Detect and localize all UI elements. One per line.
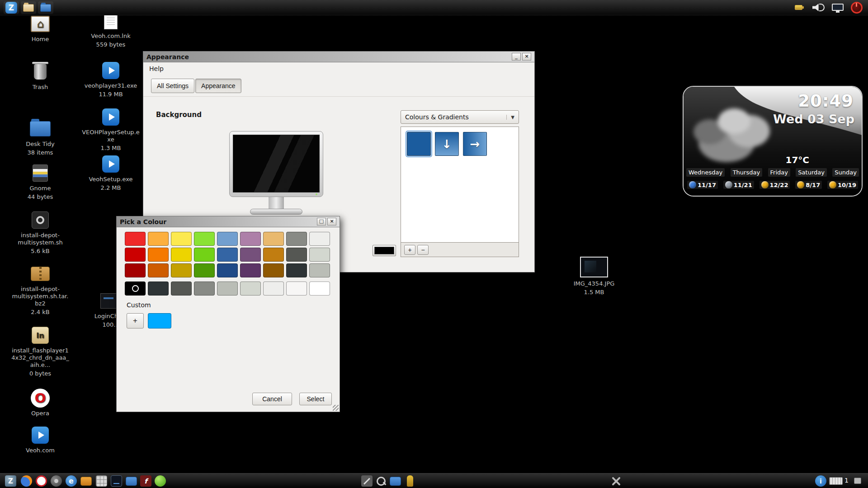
- add-custom-colour-button[interactable]: +: [127, 313, 144, 328]
- close-button[interactable]: ×: [327, 218, 336, 225]
- folder-icon[interactable]: [80, 477, 92, 486]
- select-button[interactable]: Select: [299, 393, 332, 405]
- palette-swatch[interactable]: [240, 248, 261, 262]
- flash-icon[interactable]: [140, 475, 151, 487]
- build-tools-icon[interactable]: [610, 475, 622, 487]
- terminal-icon[interactable]: [111, 475, 122, 487]
- palette-swatch[interactable]: [194, 232, 215, 246]
- palette-swatch[interactable]: [125, 232, 146, 246]
- palette-swatch[interactable]: [148, 248, 169, 262]
- palette-swatch[interactable]: [125, 263, 146, 277]
- desktop-icon-gnome[interactable]: Gnome 44 bytes: [10, 163, 70, 201]
- palette-swatch[interactable]: [125, 248, 146, 262]
- palette-swatch[interactable]: [309, 232, 330, 246]
- palette-swatch[interactable]: [171, 263, 192, 277]
- chat-icon[interactable]: [155, 475, 166, 487]
- palette-swatch[interactable]: [286, 263, 307, 277]
- desktop-icon-install-archive[interactable]: install-depot-multisystem.sh.tar.bz2 2.4…: [10, 263, 70, 315]
- background-style-dropdown[interactable]: Colours & Gradients ▼: [401, 110, 519, 124]
- folder-open-icon[interactable]: [390, 477, 401, 486]
- calculator-icon[interactable]: [96, 475, 107, 487]
- desktop-icon-desk-tidy[interactable]: Desk Tidy 38 items: [10, 118, 70, 156]
- palette-swatch[interactable]: [194, 282, 215, 296]
- keyboard-icon[interactable]: [829, 477, 843, 485]
- palette-swatch[interactable]: [286, 232, 307, 246]
- palette-swatch[interactable]: [263, 263, 284, 277]
- file-manager-icon[interactable]: [126, 477, 137, 486]
- palette-swatch-selected[interactable]: [125, 282, 146, 296]
- palette-swatch[interactable]: [309, 248, 330, 262]
- desktop-icon-img-4354[interactable]: IMG_4354.JPG 1.5 MB: [564, 255, 624, 296]
- resize-grip[interactable]: [333, 405, 339, 411]
- system-tool-icon[interactable]: [361, 475, 373, 487]
- remove-swatch-button[interactable]: −: [417, 245, 429, 255]
- display-icon[interactable]: [832, 4, 844, 11]
- desktop-icon-veoh-lnk[interactable]: Veoh.com.lnk 559 bytes: [81, 10, 141, 48]
- e-browser-icon[interactable]: [66, 475, 77, 487]
- desktop-icon-install-script[interactable]: install-depot-multisystem.sh 5.6 kB: [10, 210, 70, 255]
- restore-button[interactable]: □: [317, 218, 326, 225]
- appearance-titlebar[interactable]: Appearance _ ×: [143, 52, 534, 62]
- show-desktop-icon[interactable]: [854, 478, 861, 484]
- palette-swatch[interactable]: [240, 263, 261, 277]
- weather-clock-widget[interactable]: 20:49 Wed 03 Sep 17°C Wednesday Thursday…: [683, 86, 863, 197]
- palette-swatch[interactable]: [171, 282, 192, 296]
- appearance-tab-button[interactable]: Appearance: [195, 79, 241, 93]
- desktop-icon-home[interactable]: ⌂ Home: [10, 14, 70, 43]
- desktop-icon-veoh[interactable]: Veoh.com: [10, 425, 70, 454]
- solid-colour-swatch[interactable]: [407, 132, 431, 156]
- palette-swatch[interactable]: [171, 232, 192, 246]
- dialog-titlebar[interactable]: Pick a Colour □ ×: [117, 216, 340, 227]
- home-folder-window-button[interactable]: [21, 1, 36, 14]
- palette-swatch[interactable]: [217, 263, 238, 277]
- menu-help[interactable]: Help: [149, 65, 164, 72]
- palette-swatch[interactable]: [194, 248, 215, 262]
- palette-swatch[interactable]: [148, 232, 169, 246]
- vertical-gradient-swatch[interactable]: ↓: [435, 132, 459, 156]
- cancel-button[interactable]: Cancel: [252, 393, 292, 405]
- day-label: Friday: [768, 168, 790, 177]
- palette-swatch[interactable]: [286, 282, 307, 296]
- custom-colour-swatch[interactable]: [148, 313, 171, 328]
- firefox-icon[interactable]: [21, 475, 32, 487]
- add-swatch-button[interactable]: +: [404, 245, 415, 255]
- battery-icon[interactable]: [795, 5, 802, 10]
- palette-swatch[interactable]: [217, 248, 238, 262]
- palette-swatch[interactable]: [148, 263, 169, 277]
- desktop-icon-veohsetup-exe[interactable]: VeohSetup.exe 2.2 MB: [81, 154, 141, 192]
- palette-swatch[interactable]: [240, 232, 261, 246]
- opera-icon[interactable]: [36, 475, 47, 487]
- info-icon[interactable]: [815, 475, 826, 487]
- palette-swatch[interactable]: [309, 263, 330, 277]
- desktop-icon-flash-installer[interactable]: In install_flashplayer14x32_chrd_dn_aaa_…: [10, 325, 70, 377]
- minimize-button[interactable]: _: [512, 53, 521, 61]
- desktop-icon-veohplayersetup-exe[interactable]: VEOHPlayerSetup.exe 1.3 MB: [81, 107, 141, 152]
- all-settings-button[interactable]: All Settings: [151, 79, 194, 93]
- palette-swatch[interactable]: [240, 282, 261, 296]
- palette-swatch[interactable]: [286, 248, 307, 262]
- package-manager-icon[interactable]: [51, 475, 62, 487]
- palette-swatch[interactable]: [309, 282, 330, 296]
- palette-swatch[interactable]: [217, 282, 238, 296]
- desktop-icon-veohplayer-exe[interactable]: veohplayer31.exe 11.9 MB: [81, 60, 141, 98]
- zorin-start-icon[interactable]: [5, 475, 16, 487]
- colour-preview-button[interactable]: [373, 245, 396, 256]
- file-manager-window-button[interactable]: [38, 1, 53, 14]
- palette-swatch[interactable]: [217, 232, 238, 246]
- palette-swatch[interactable]: [171, 248, 192, 262]
- close-button[interactable]: ×: [522, 53, 531, 61]
- power-icon[interactable]: [851, 2, 863, 14]
- workspace-indicator[interactable]: 1: [844, 477, 849, 484]
- palette-swatch[interactable]: [263, 282, 284, 296]
- palette-swatch[interactable]: [263, 232, 284, 246]
- zorin-menu-button[interactable]: Z: [4, 1, 19, 14]
- palette-swatch[interactable]: [194, 263, 215, 277]
- desktop-icon-trash[interactable]: Trash: [10, 61, 70, 91]
- icon-label: install-depot-multisystem.sh.tar.bz2: [10, 286, 70, 307]
- horizontal-gradient-swatch[interactable]: →: [463, 132, 487, 156]
- wine-icon[interactable]: [407, 475, 413, 487]
- palette-swatch[interactable]: [148, 282, 169, 296]
- palette-swatch[interactable]: [263, 248, 284, 262]
- search-icon[interactable]: [375, 475, 387, 487]
- desktop-icon-opera[interactable]: O Opera: [10, 388, 70, 417]
